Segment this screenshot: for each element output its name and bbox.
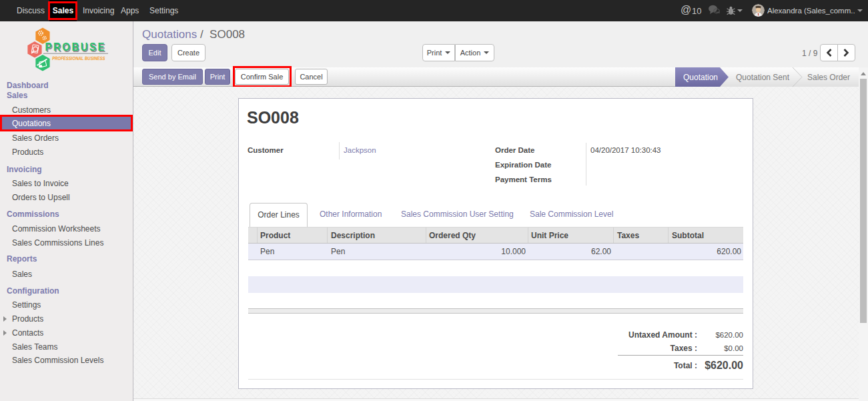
svg-text:Sales Order: Sales Order [807, 73, 850, 82]
svg-text:Quotation Sent: Quotation Sent [736, 73, 790, 82]
svg-text:Quotation: Quotation [683, 73, 718, 82]
svg-text:PROFESSIONAL BUSINESS: PROFESSIONAL BUSINESS [52, 55, 106, 61]
svg-text:PROBUSE: PROBUSE [45, 41, 106, 53]
